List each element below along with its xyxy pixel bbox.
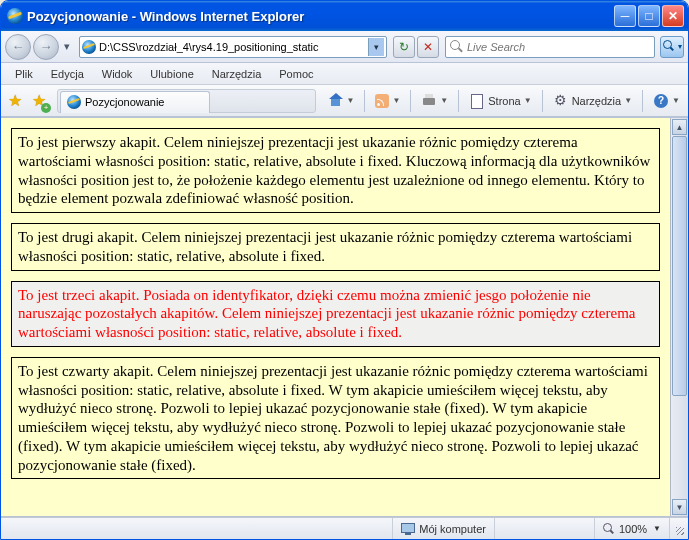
tab-title: Pozycjonowanie	[85, 96, 165, 108]
status-message	[1, 518, 393, 539]
page-icon-tool	[469, 93, 485, 109]
refresh-button[interactable]: ↻	[393, 36, 415, 58]
ie-icon	[7, 8, 23, 24]
rss-icon	[375, 94, 389, 108]
paragraph-1: To jest pierwszy akapit. Celem niniejsze…	[11, 128, 660, 213]
menu-edit[interactable]: Edycja	[43, 66, 92, 82]
page-menu-button[interactable]: Strona▼	[465, 90, 535, 112]
address-dropdown[interactable]: ▾	[368, 38, 384, 56]
address-input[interactable]	[99, 41, 368, 53]
help-button[interactable]: ▼	[649, 90, 684, 112]
window-title: Pozycjonowanie - Windows Internet Explor…	[27, 9, 614, 24]
nav-history-dropdown[interactable]: ▾	[61, 40, 73, 53]
paragraph-3: To jest trzeci akapit. Posiada on identy…	[11, 281, 660, 347]
title-bar[interactable]: Pozycjonowanie - Windows Internet Explor…	[1, 1, 688, 31]
tools-label: Narzędzia	[572, 95, 622, 107]
scrollbar-thumb[interactable]	[672, 136, 687, 396]
forward-button[interactable]: →	[33, 34, 59, 60]
maximize-button[interactable]: □	[638, 5, 660, 27]
zoom-control[interactable]: 100% ▼	[595, 518, 670, 539]
toolbar: ★ ★+ Pozycjonowanie ▼ ▼ ▼ Strona▼ Narzęd…	[1, 85, 688, 117]
close-button[interactable]: ✕	[662, 5, 684, 27]
print-icon	[421, 93, 437, 109]
paragraph-4: To jest czwarty akapit. Celem niniejszej…	[11, 357, 660, 480]
browser-window: Pozycjonowanie - Windows Internet Explor…	[0, 0, 689, 540]
zone-label: Mój komputer	[419, 523, 486, 535]
zoom-icon	[603, 523, 615, 535]
menu-bar: Plik Edycja Widok Ulubione Narzędzia Pom…	[1, 63, 688, 85]
address-bar[interactable]: ▾	[79, 36, 387, 58]
page-icon	[82, 40, 96, 54]
search-icon	[450, 40, 464, 54]
help-icon	[653, 93, 669, 109]
home-button[interactable]: ▼	[324, 90, 359, 112]
resize-grip[interactable]	[670, 521, 686, 537]
scroll-up-button[interactable]: ▲	[672, 119, 687, 135]
tab-strip: Pozycjonowanie	[57, 89, 316, 113]
feeds-button[interactable]: ▼	[371, 90, 404, 112]
status-bar: Mój komputer 100% ▼	[1, 517, 688, 539]
search-input[interactable]	[467, 41, 650, 53]
navigation-bar: ← → ▾ ▾ ↻ ✕ ▾	[1, 31, 688, 63]
menu-tools[interactable]: Narzędzia	[204, 66, 270, 82]
menu-view[interactable]: Widok	[94, 66, 141, 82]
tab-active[interactable]: Pozycjonowanie	[60, 91, 210, 113]
search-box[interactable]	[445, 36, 655, 58]
menu-file[interactable]: Plik	[7, 66, 41, 82]
scroll-down-button[interactable]: ▼	[672, 499, 687, 515]
gear-icon	[553, 93, 569, 109]
status-blank	[495, 518, 595, 539]
status-zone: Mój komputer	[393, 518, 495, 539]
favorites-center-button[interactable]: ★	[5, 91, 25, 111]
search-go-button[interactable]: ▾	[660, 36, 684, 58]
menu-favorites[interactable]: Ulubione	[142, 66, 201, 82]
page-label: Strona	[488, 95, 520, 107]
add-favorite-button[interactable]: ★+	[29, 91, 49, 111]
tools-menu-button[interactable]: Narzędzia▼	[549, 90, 636, 112]
computer-icon	[401, 523, 415, 535]
home-icon	[328, 93, 344, 109]
stop-button[interactable]: ✕	[417, 36, 439, 58]
zoom-value: 100%	[619, 523, 647, 535]
tab-page-icon	[67, 95, 81, 109]
back-button[interactable]: ←	[5, 34, 31, 60]
paragraph-2: To jest drugi akapit. Celem niniejszej p…	[11, 223, 660, 271]
page-content: ▲ ▼ To jest pierwszy akapit. Celem ninie…	[1, 117, 688, 517]
print-button[interactable]: ▼	[417, 90, 452, 112]
minimize-button[interactable]: ─	[614, 5, 636, 27]
menu-help[interactable]: Pomoc	[271, 66, 321, 82]
